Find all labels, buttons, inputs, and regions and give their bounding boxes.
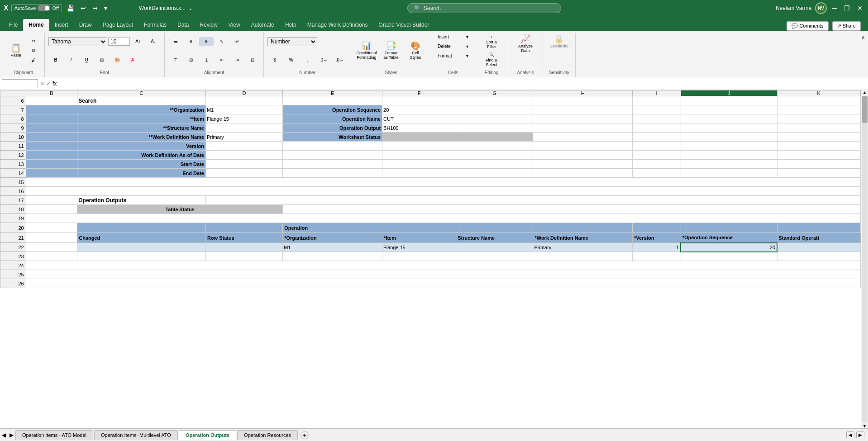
col-header-e[interactable]: E: [283, 90, 382, 96]
cell-c8[interactable]: **Item: [77, 114, 206, 123]
cell-i6[interactable]: [633, 96, 681, 105]
cell-k13[interactable]: [777, 160, 860, 169]
cell-h11[interactable]: [533, 142, 633, 151]
col-header-i[interactable]: I: [633, 90, 681, 96]
cell-e21[interactable]: *Organization: [283, 233, 382, 243]
cell-g22[interactable]: [456, 243, 533, 252]
increase-indent-button[interactable]: ⇥: [230, 56, 244, 64]
collapse-ribbon-button[interactable]: ∧: [861, 34, 865, 41]
cell-row15[interactable]: [26, 178, 860, 187]
cell-h9[interactable]: [533, 123, 633, 133]
merge-center-button[interactable]: ⊟: [245, 56, 260, 64]
cell-b20[interactable]: [26, 223, 77, 233]
cell-j23[interactable]: [681, 252, 777, 261]
cell-f13[interactable]: [382, 160, 456, 169]
cell-e23[interactable]: [283, 252, 382, 261]
cell-h12[interactable]: [533, 151, 633, 160]
cut-button[interactable]: ✂: [26, 37, 41, 45]
cell-c12[interactable]: Work Definition As-of Date: [77, 151, 206, 160]
bold-button[interactable]: B: [48, 56, 63, 64]
cell-row26[interactable]: [26, 279, 860, 288]
close-button[interactable]: ✕: [855, 5, 864, 12]
currency-button[interactable]: $: [267, 56, 282, 64]
tab-draw[interactable]: Draw: [74, 19, 97, 31]
tab-data[interactable]: Data: [172, 19, 194, 31]
cell-row18-rest[interactable]: [283, 205, 861, 214]
tab-nav-prev[interactable]: ◀: [0, 432, 8, 438]
tab-manage-work-definitions[interactable]: Manage Work Definitions: [302, 19, 373, 31]
cell-i23[interactable]: [633, 252, 681, 261]
scroll-up-button[interactable]: ▲: [861, 90, 868, 95]
cell-h21[interactable]: *Work Definition Name: [533, 233, 633, 243]
cell-c7[interactable]: **Organization: [77, 105, 206, 114]
cell-f10[interactable]: [382, 133, 456, 142]
cell-j11[interactable]: [681, 142, 777, 151]
cell-d23[interactable]: [205, 252, 282, 261]
cell-c10[interactable]: **Work Definition Name: [77, 133, 206, 142]
tab-help[interactable]: Help: [280, 19, 302, 31]
cell-c11[interactable]: Version: [77, 142, 206, 151]
cell-i7[interactable]: [633, 105, 681, 114]
autosave-toggle[interactable]: [38, 5, 50, 11]
cell-b10[interactable]: [26, 133, 77, 142]
bottom-align-button[interactable]: ⊥: [199, 56, 214, 64]
sheet-tab-operation-items-ato[interactable]: Operation Items - ATO Model: [15, 430, 93, 440]
tab-automate[interactable]: Automate: [246, 19, 280, 31]
cell-b11[interactable]: [26, 142, 77, 151]
find-select-button[interactable]: 🔍 Find & Select: [479, 51, 504, 69]
cell-h20[interactable]: [533, 223, 633, 233]
undo-button[interactable]: ↩: [79, 5, 88, 12]
number-format-select[interactable]: Number: [267, 37, 317, 46]
format-button[interactable]: Format▾: [435, 52, 471, 60]
cell-b21[interactable]: [26, 233, 77, 243]
sort-filter-button[interactable]: ↕ Sort & Filter: [479, 33, 504, 51]
cell-f21[interactable]: *Item: [382, 233, 456, 243]
cell-g6[interactable]: [456, 96, 533, 105]
underline-button[interactable]: U: [79, 56, 94, 64]
tab-formulas[interactable]: Formulas: [138, 19, 172, 31]
cell-j12[interactable]: [681, 151, 777, 160]
cell-e14[interactable]: [283, 169, 382, 178]
cell-g14[interactable]: [456, 169, 533, 178]
cell-c18[interactable]: Table Status: [77, 205, 283, 214]
cell-e7[interactable]: Operation Sequence: [283, 105, 382, 114]
formula-confirm-icon[interactable]: ✓: [46, 81, 51, 87]
fill-color-button[interactable]: 🎨: [110, 56, 124, 64]
orientation-button[interactable]: ⤡: [215, 37, 229, 46]
cell-h6[interactable]: [533, 96, 633, 105]
scroll-left-button[interactable]: ◀: [846, 432, 854, 438]
cell-k9[interactable]: [777, 123, 860, 133]
cell-d10[interactable]: Primary: [205, 133, 282, 142]
cell-i22[interactable]: 1: [633, 243, 681, 252]
cell-d20[interactable]: [205, 223, 282, 233]
col-header-b[interactable]: B: [26, 90, 77, 96]
cell-i9[interactable]: [633, 123, 681, 133]
cell-f6[interactable]: [382, 96, 456, 105]
cell-row24[interactable]: [26, 261, 860, 270]
cell-h10[interactable]: [533, 133, 633, 142]
cell-g9[interactable]: [456, 123, 533, 133]
cell-h8[interactable]: [533, 114, 633, 123]
decrease-indent-button[interactable]: ⇤: [215, 56, 229, 64]
cell-b8[interactable]: [26, 114, 77, 123]
conditional-formatting-button[interactable]: 📊 Conditional Formatting: [355, 39, 378, 62]
cell-d22[interactable]: [205, 243, 282, 252]
cell-e6[interactable]: [283, 96, 382, 105]
cell-g20[interactable]: [456, 223, 533, 233]
cell-e10[interactable]: Worksheet Status: [283, 133, 382, 142]
font-size-input[interactable]: [108, 38, 130, 46]
minimize-button[interactable]: ─: [830, 5, 839, 12]
cell-b7[interactable]: [26, 105, 77, 114]
cell-g11[interactable]: [456, 142, 533, 151]
cell-i21[interactable]: *Version: [633, 233, 681, 243]
cell-c17[interactable]: Operation Outputs: [77, 196, 206, 205]
cell-k20[interactable]: [777, 223, 860, 233]
top-align-button[interactable]: ⊤: [168, 56, 183, 64]
col-header-c[interactable]: C: [77, 90, 206, 96]
cell-b12[interactable]: [26, 151, 77, 160]
cell-f23[interactable]: [382, 252, 456, 261]
cell-h13[interactable]: [533, 160, 633, 169]
tab-review[interactable]: Review: [194, 19, 223, 31]
function-icon[interactable]: fx: [52, 81, 57, 87]
cell-k14[interactable]: [777, 169, 860, 178]
